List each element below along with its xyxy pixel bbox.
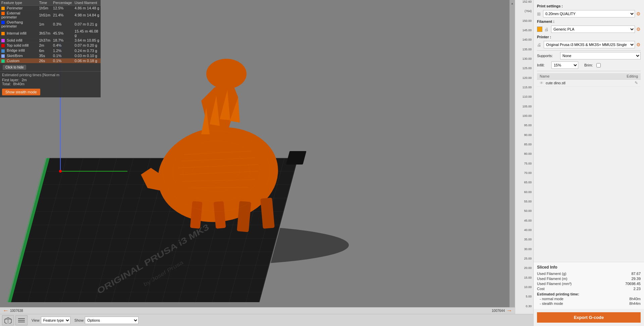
svg-point-59 — [59, 170, 62, 173]
feature-name-cell: Internal infill — [0, 29, 38, 38]
filament-label: Filament : — [537, 19, 554, 24]
stats-row: Top solid infill 2m 0.4% 0.07 m 0.20 g — [0, 43, 101, 48]
infill-label: Infill: — [537, 63, 549, 67]
click-to-hide-tooltip[interactable]: Click to hide — [3, 65, 26, 70]
normal-mode-label: - normal mode — [540, 297, 564, 301]
filament-label-row: Filament : — [537, 19, 641, 24]
layer-slider[interactable]: ▲ — [509, 0, 515, 314]
feature-filament: 0.24 m 0.73 g — [73, 48, 101, 53]
feature-color-swatch — [1, 12, 5, 15]
supports-select[interactable]: None — [560, 52, 641, 59]
printer-select[interactable]: Original Prusa i3 MK3S & MK3S+ MMU2S Sin… — [544, 41, 635, 48]
feature-time: 26s — [38, 58, 52, 63]
edit-icon[interactable]: ✎ — [635, 81, 638, 85]
filament-gear-icon[interactable]: ⚙ — [636, 27, 641, 32]
feature-time: 3h57m — [38, 29, 52, 38]
ruler-tick: 125.00 — [515, 66, 533, 70]
feature-pct: 0.1% — [52, 58, 73, 63]
feature-filament: 0.07 m 0.21 g — [73, 20, 101, 29]
ruler-tick: 25.00 — [515, 257, 533, 260]
infill-select[interactable]: 15% — [551, 61, 578, 69]
model-list-table: Name Editing 👁 cute dino.stl ✎ — [537, 73, 641, 87]
feature-filament: 4.86 m 14.48 g — [73, 6, 101, 11]
feature-pct: 12.5% — [52, 6, 73, 11]
orange-arrow-right[interactable]: → — [506, 307, 512, 314]
feature-name: Custom — [7, 59, 19, 63]
ruler-tick: 115.00 — [515, 86, 533, 89]
feature-time: 1h51m — [38, 11, 52, 20]
cost-value: 2.23 — [634, 287, 641, 291]
view-select[interactable]: Feature type — [41, 317, 70, 324]
filament-select[interactable]: Generic PLA — [551, 26, 635, 33]
show-stealth-button[interactable]: Show stealth mode — [2, 89, 40, 95]
filament-mm3-label: Used Filament (mm³) — [537, 282, 572, 286]
feature-name: Skirt/Brim — [7, 54, 23, 58]
feature-filament: 15.45 m 46.08 g — [73, 29, 101, 38]
feature-pct: 21.4% — [52, 11, 73, 20]
stats-table: Feature type Time Percentage Used filame… — [0, 0, 101, 63]
eye-icon[interactable]: 👁 — [540, 81, 543, 85]
3d-view-button[interactable] — [2, 315, 14, 325]
filament-g-value: 87.67 — [631, 272, 641, 276]
print-time-section: Estimated printing time: - normal mode 8… — [537, 292, 641, 306]
svg-rect-30 — [286, 151, 307, 165]
printer-gear-icon[interactable]: ⚙ — [636, 42, 641, 47]
print-quality-select[interactable]: 0.20mm QUALITY — [543, 10, 635, 17]
stealth-mode-row: - stealth mode 8h44m — [537, 301, 641, 306]
ruler-tick: 65.00 — [515, 181, 533, 184]
total-value: 8h40m — [13, 82, 24, 86]
col-percentage: Percentage — [52, 0, 73, 6]
show-select[interactable]: Options — [85, 317, 139, 324]
stats-row: Solid infill 1h37m 18.7% 3.64 m 10.85 g — [0, 38, 101, 43]
first-layer-value: 2m — [21, 78, 26, 82]
ruler-tick: 85.00 — [515, 143, 533, 146]
ruler-tick: 100.00 — [515, 114, 533, 118]
ruler-tick: 140.00 — [515, 38, 533, 41]
feature-filament: 0.07 m 0.20 g — [73, 43, 101, 48]
name-col-header: Name — [537, 73, 604, 80]
feature-pct: 1.2% — [52, 48, 73, 53]
feature-time: 2m — [38, 43, 52, 48]
print-settings-value-row: ⊞ 0.20mm QUALITY ⚙ — [537, 10, 641, 17]
stats-row: Custom 26s 0.1% 0.06 m 0.18 g — [0, 58, 101, 63]
print-settings-gear-icon[interactable]: ⚙ — [636, 11, 641, 16]
feature-color-swatch — [1, 44, 5, 47]
feature-name-cell: Custom — [0, 58, 38, 63]
feature-name: Bridge infill — [7, 48, 25, 52]
feature-time: 1h37m — [38, 38, 52, 43]
feature-name-cell: Solid infill — [0, 38, 38, 43]
orange-arrow-left[interactable]: ← — [3, 307, 9, 314]
feature-filament: 0.03 m 0.10 g — [73, 53, 101, 58]
feature-name: Perimeter — [7, 6, 23, 10]
ruler-tick: 50.00 — [515, 209, 533, 213]
supports-label: Supports: — [537, 54, 559, 58]
ruler-tick: 130.00 — [515, 57, 533, 60]
cube-icon — [4, 317, 12, 324]
stats-row: Overhang perimeter 1m 0.3% 0.07 m 0.21 g — [0, 20, 101, 29]
feature-filament: 3.64 m 10.85 g — [73, 38, 101, 43]
feature-name-cell: Skirt/Brim — [0, 53, 38, 58]
filament-m-row: Used Filament (m) 29.39 — [537, 277, 641, 281]
layers-view-button[interactable] — [15, 315, 28, 325]
filament-spool-icon: 🖨 — [544, 27, 549, 32]
col-used-filament: Used filament — [73, 0, 101, 6]
stats-row: Bridge infill 6m 1.2% 0.24 m 0.73 g — [0, 48, 101, 53]
ruler-tick: 150.00 — [515, 19, 533, 22]
ruler-tick: 5.00 — [515, 295, 533, 298]
normal-mode-row: - normal mode 8h40m — [537, 297, 641, 301]
filament-color-swatch[interactable] — [537, 27, 542, 32]
model-divider — [537, 71, 641, 71]
ruler-tick: 120.00 — [515, 76, 533, 80]
brim-checkbox[interactable] — [596, 63, 601, 67]
stealth-mode-value: 8h44m — [629, 301, 641, 306]
feature-pct: 0.4% — [52, 43, 73, 48]
model-row: 👁 cute dino.stl ✎ — [537, 80, 641, 87]
ruler-tick: 10.00 — [515, 285, 533, 289]
feature-time: 1h5m — [38, 6, 52, 11]
export-gcode-button[interactable]: Export G-code — [537, 312, 641, 323]
editing-col-header: Editing — [604, 73, 641, 80]
ruler-side: 152.60(764)150.00145.00140.00135.00130.0… — [515, 0, 533, 314]
layers-icon — [17, 317, 25, 324]
estimated-times: Estimated printing times [Normal m First… — [0, 71, 101, 87]
cost-row: Cost 2.23 — [537, 287, 641, 291]
